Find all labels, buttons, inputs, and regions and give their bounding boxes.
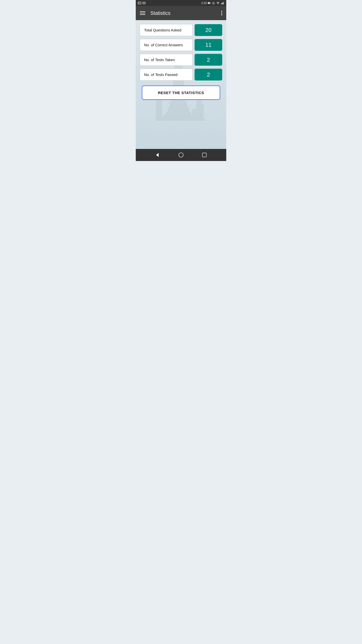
more-options-icon[interactable] xyxy=(220,10,223,16)
svg-rect-7 xyxy=(208,3,210,4)
tests-passed-value: 2 xyxy=(195,69,222,80)
status-bar-left xyxy=(138,2,146,5)
app-title: Statistics xyxy=(150,10,216,16)
svg-point-11 xyxy=(218,4,218,5)
stat-row-correct-answers: No. of Correct Answers 11 xyxy=(140,39,222,51)
content-area: Total Questions Asked 20 No. of Correct … xyxy=(136,20,226,149)
tests-passed-label: No. of Tests Passed xyxy=(140,69,193,80)
tests-taken-value: 2 xyxy=(195,54,222,66)
status-bar-right: 2:33 xyxy=(201,2,224,5)
total-questions-label: Total Questions Asked xyxy=(140,24,193,36)
svg-rect-27 xyxy=(168,107,189,112)
correct-answers-label: No. of Correct Answers xyxy=(140,39,193,51)
stats-container: Total Questions Asked 20 No. of Correct … xyxy=(140,24,222,80)
svg-rect-13 xyxy=(222,3,222,4)
wifi-icon xyxy=(216,2,220,5)
svg-rect-6 xyxy=(210,3,211,3)
stat-row-tests-taken: No. of Tests Taken 2 xyxy=(140,54,222,66)
svg-rect-34 xyxy=(196,104,204,119)
svg-rect-26 xyxy=(170,102,187,108)
svg-rect-12 xyxy=(221,4,221,4)
svg-rect-31 xyxy=(156,119,206,121)
app-bar: Statistics xyxy=(136,6,226,20)
alarm-icon xyxy=(212,2,215,5)
signal-icon xyxy=(221,2,224,5)
bottom-nav-bar xyxy=(136,149,226,161)
reset-button-container: RESET THE STATISTICS xyxy=(140,86,222,100)
home-nav-button[interactable] xyxy=(178,152,184,158)
battery-icon xyxy=(208,2,211,5)
svg-marker-37 xyxy=(156,153,159,157)
image-icon xyxy=(138,2,141,5)
status-time: 2:33 xyxy=(201,2,207,5)
second-icon xyxy=(142,2,146,5)
svg-point-1 xyxy=(139,2,139,3)
svg-rect-36 xyxy=(192,109,197,119)
reset-statistics-button[interactable]: RESET THE STATISTICS xyxy=(142,86,220,100)
status-bar: 2:33 xyxy=(136,0,226,6)
svg-rect-15 xyxy=(223,2,224,4)
svg-point-4 xyxy=(144,3,144,4)
tests-taken-label: No. of Tests Taken xyxy=(140,54,193,66)
correct-answers-value: 11 xyxy=(195,39,222,51)
total-questions-value: 20 xyxy=(195,24,222,36)
svg-rect-39 xyxy=(202,153,206,157)
svg-rect-14 xyxy=(222,3,223,4)
svg-rect-32 xyxy=(156,99,162,119)
stat-row-tests-passed: No. of Tests Passed 2 xyxy=(140,69,222,80)
svg-line-10 xyxy=(213,3,214,4)
svg-point-38 xyxy=(179,153,183,157)
back-nav-button[interactable] xyxy=(155,152,160,158)
recent-nav-button[interactable] xyxy=(202,152,207,158)
stat-row-total-questions: Total Questions Asked 20 xyxy=(140,24,222,36)
menu-icon[interactable] xyxy=(139,10,146,16)
